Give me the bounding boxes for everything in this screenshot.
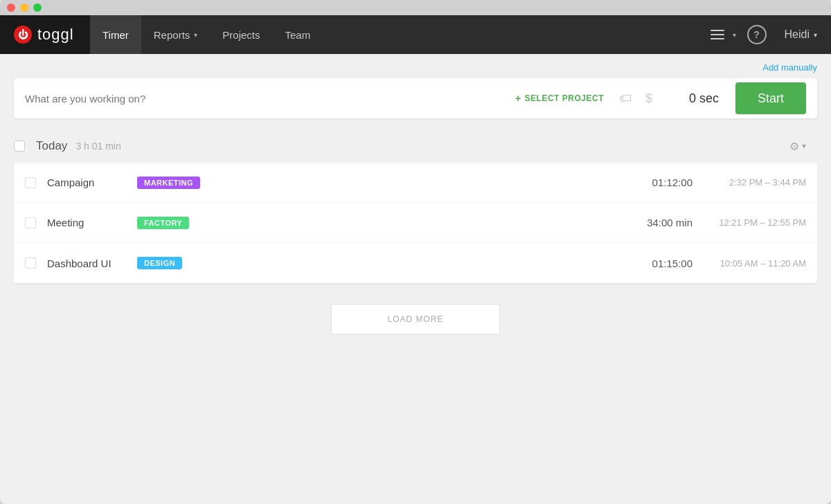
- dollar-icon[interactable]: $: [645, 91, 652, 106]
- navbar: ⏻ toggl Timer Reports ▾ Projects Team ▾: [0, 15, 831, 54]
- hamburger-icon[interactable]: [705, 24, 730, 45]
- entry-tag-2: FACTORY: [137, 217, 189, 229]
- day-total: 3 h 01 min: [75, 141, 120, 152]
- entries-section: Today 3 h 01 min ⚙ ▾ Campaign MARKETING …: [0, 132, 831, 283]
- gear-icon[interactable]: ⚙: [789, 140, 799, 153]
- timer-input[interactable]: [25, 93, 507, 105]
- entry-checkbox-2[interactable]: [25, 217, 36, 228]
- maximize-button[interactable]: [33, 3, 42, 12]
- help-button[interactable]: ?: [747, 25, 767, 44]
- user-menu[interactable]: Heidi ▾: [778, 28, 824, 41]
- table-row: Meeting FACTORY 34:00 min 12:21 PM – 12:…: [14, 203, 817, 243]
- entry-name-2: Meeting: [47, 217, 130, 228]
- entry-checkbox-1[interactable]: [25, 177, 36, 188]
- user-chevron-icon: ▾: [814, 31, 817, 39]
- timer-display: 0 sec: [670, 91, 719, 106]
- table-row: Campaign MARKETING 01:12:00 2:32 PM – 3:…: [14, 163, 817, 203]
- entry-time-range-3: 10:05 AM – 11:20 AM: [709, 258, 806, 269]
- table-row: Dashboard UI DESIGN 01:15:00 10:05 AM – …: [14, 243, 817, 283]
- close-button[interactable]: [7, 3, 15, 12]
- day-label: Today: [36, 139, 67, 153]
- nav-reports[interactable]: Reports ▾: [141, 15, 211, 54]
- entry-name-1: Campaign: [47, 177, 130, 188]
- entry-duration-1: 01:12:00: [623, 177, 692, 188]
- nav-team[interactable]: Team: [273, 15, 323, 54]
- titlebar: [0, 0, 831, 15]
- entry-tag-3: DESIGN: [137, 257, 182, 269]
- user-name: Heidi: [785, 28, 810, 41]
- entry-time-range-2: 12:21 PM – 12:55 PM: [709, 217, 806, 228]
- hamburger-chevron-icon[interactable]: ▾: [733, 31, 736, 39]
- nav-icons: ▾ ? Heidi ▾: [705, 24, 831, 45]
- plus-icon: +: [515, 93, 521, 104]
- tag-icon[interactable]: 🏷: [619, 91, 632, 106]
- entry-duration-3: 01:15:00: [623, 258, 692, 269]
- logo-icon: ⏻: [14, 26, 32, 44]
- entry-time-range-1: 2:32 PM – 3:44 PM: [709, 177, 806, 188]
- load-more-container: LOAD MORE: [0, 283, 831, 355]
- add-manually-row: Add manually: [0, 54, 831, 78]
- start-button[interactable]: Start: [735, 82, 806, 114]
- select-project-button[interactable]: + SELECT PROJECT: [515, 93, 604, 104]
- entry-list: Campaign MARKETING 01:12:00 2:32 PM – 3:…: [14, 163, 817, 283]
- entry-checkbox-3[interactable]: [25, 258, 36, 269]
- nav-timer[interactable]: Timer: [90, 15, 141, 54]
- nav-projects[interactable]: Projects: [210, 15, 272, 54]
- entry-duration-2: 34:00 min: [623, 217, 692, 228]
- power-icon: ⏻: [18, 29, 28, 40]
- main-content: Add manually + SELECT PROJECT 🏷 $ 0 sec …: [0, 54, 831, 504]
- entry-name-3: Dashboard UI: [47, 258, 130, 269]
- day-checkbox[interactable]: [14, 141, 25, 152]
- day-header: Today 3 h 01 min ⚙ ▾: [14, 132, 817, 160]
- reports-chevron-icon: ▾: [194, 31, 197, 39]
- logo-area[interactable]: ⏻ toggl: [0, 15, 90, 54]
- minimize-button[interactable]: [20, 3, 28, 12]
- expand-icon[interactable]: ▾: [802, 141, 806, 151]
- load-more-button[interactable]: LOAD MORE: [331, 304, 499, 334]
- day-actions: ⚙ ▾: [789, 140, 806, 153]
- entry-tag-1: MARKETING: [137, 177, 200, 189]
- add-manually-button[interactable]: Add manually: [762, 62, 817, 73]
- timer-bar: + SELECT PROJECT 🏷 $ 0 sec Start: [14, 78, 817, 118]
- logo-text: toggl: [37, 26, 74, 44]
- select-project-label: SELECT PROJECT: [525, 93, 604, 103]
